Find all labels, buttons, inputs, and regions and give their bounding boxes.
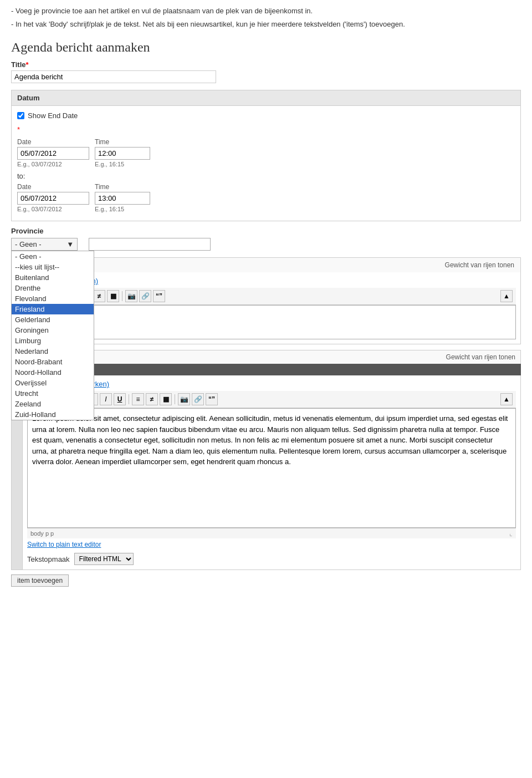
to-time-input[interactable] <box>95 192 150 205</box>
dd-item-nederland[interactable]: Nederland <box>12 346 94 357</box>
provincie-selected-value: - Geen - <box>15 240 42 248</box>
provincie-field-group: Provincie - Geen - ▼ - Geen - --kies uit… <box>11 227 521 251</box>
chevron-down-icon: ▼ <box>66 240 74 248</box>
title-label: Title* <box>11 60 521 69</box>
dd-item-noord-holland[interactable]: Noord-Holland <box>12 367 94 378</box>
from-date-label: Date <box>17 138 89 146</box>
title-field-group: Title* <box>11 60 521 83</box>
dd-item-overijssel[interactable]: Overijssel <box>12 378 94 388</box>
body-table-btn[interactable]: ▦ <box>160 393 172 405</box>
datum-box: Datum Show End Date * Date E.g., 03/07/2… <box>11 90 521 221</box>
datum-body: Show End Date * Date E.g., 03/07/2012 Ti… <box>12 106 520 221</box>
page-title: Agenda bericht aanmaken <box>0 34 532 60</box>
dd-item-gelderland[interactable]: Gelderland <box>12 314 94 325</box>
resize-handle-icon[interactable]: ⌞ <box>509 530 513 537</box>
dd-item-zeeland[interactable]: Zeeland <box>12 399 94 409</box>
provincie-dropdown-container: - Geen - ▼ - Geen - --kies uit lijst-- B… <box>11 238 78 251</box>
to-date-col: Date E.g., 03/07/2012 <box>17 183 89 212</box>
samenvatting-gewicht-label[interactable]: Gewicht van rijen tonen <box>442 260 517 271</box>
image-button[interactable]: 📷 <box>125 290 137 302</box>
body-content-textarea[interactable] <box>28 409 515 526</box>
from-time-input[interactable] <box>95 147 150 160</box>
body-editor-area <box>27 408 516 528</box>
to-date-label: Date <box>17 183 89 191</box>
dd-item-kies[interactable]: --kies uit lijst-- <box>12 262 94 272</box>
show-end-date-row: Show End Date <box>17 111 515 120</box>
dd-item-buitenland[interactable]: Buitenland <box>12 272 94 283</box>
intro-line1: - Voeg je provincie toe aan het artikel … <box>11 6 521 17</box>
switch-link[interactable]: Switch to plain text editor <box>27 541 101 548</box>
dd-item-friesland[interactable]: Friesland <box>12 304 94 314</box>
to-date-input[interactable] <box>17 192 89 205</box>
provincie-select-button[interactable]: - Geen - ▼ <box>11 238 78 251</box>
fullscreen-button[interactable]: ▲ <box>500 290 513 302</box>
dd-item-zuid-holland[interactable]: Zuid-Holland <box>12 409 94 420</box>
required-asterisk: * <box>17 125 515 134</box>
dd-item-noord-brabant[interactable]: Noord-Brabant <box>12 357 94 367</box>
from-date-input[interactable] <box>17 147 89 160</box>
item-toevoegen-btn[interactable]: item toevoegen <box>11 574 69 587</box>
body-toolbar-sep2 <box>175 394 175 404</box>
dd-item-flevoland[interactable]: Flevoland <box>12 293 94 304</box>
body-status-bar: body p p ⌞ <box>27 528 516 538</box>
to-time-col: Time E.g., 16:15 <box>95 183 150 212</box>
datum-header: Datum <box>12 90 520 106</box>
dd-item-drenthe[interactable]: Drenthe <box>12 283 94 293</box>
body-unordered-list-btn[interactable]: ≠ <box>146 393 158 405</box>
body-content: (Samenvatting bewerken) Normaal ▼ B I U … <box>23 375 520 569</box>
body-toolbar-sep1 <box>129 394 129 404</box>
body-underline-button[interactable]: U <box>114 393 126 405</box>
to-date-time-row: Date E.g., 03/07/2012 Time E.g., 16:15 <box>17 183 515 212</box>
toolbar-separator2 <box>122 291 122 301</box>
body-link-btn[interactable]: 🔗 <box>192 393 204 405</box>
quote-button[interactable]: “” <box>153 290 165 302</box>
to-date-time-group: Date E.g., 03/07/2012 Time E.g., 16:15 <box>17 183 515 212</box>
body-gewicht-label[interactable]: Gewicht van rijen tonen <box>443 352 518 363</box>
body-quote-btn[interactable]: “” <box>206 393 218 405</box>
title-input[interactable] <box>11 70 216 83</box>
table-button[interactable]: ▦ <box>107 290 119 302</box>
from-date-col: Date E.g., 03/07/2012 <box>17 138 89 167</box>
body-italic-button[interactable]: I <box>100 393 112 405</box>
tekstopmaak-label: Tekstopmaak <box>27 555 70 563</box>
dd-item-limburg[interactable]: Limburg <box>12 335 94 346</box>
from-time-label: Time <box>95 138 150 146</box>
to-time-label: Time <box>95 183 150 191</box>
to-label: to: <box>17 172 515 180</box>
from-date-time-row: Date E.g., 03/07/2012 Time E.g., 16:15 <box>17 138 515 167</box>
from-time-col: Time E.g., 16:15 <box>95 138 150 167</box>
tekstopmaak-row: Tekstopmaak Filtered HTML <box>27 553 516 565</box>
intro-section: - Voeg je provincie toe aan het artikel … <box>0 0 532 34</box>
unordered-list-button[interactable]: ≠ <box>93 290 105 302</box>
provincie-text-input[interactable] <box>89 238 211 251</box>
body-fullscreen-btn[interactable]: ▲ <box>500 393 513 405</box>
tekstopmaak-select[interactable]: Filtered HTML <box>74 553 134 565</box>
body-ordered-list-btn[interactable]: ≡ <box>132 393 144 405</box>
dd-item-geen[interactable]: - Geen - <box>12 251 94 262</box>
from-date-time-group: Date E.g., 03/07/2012 Time E.g., 16:15 <box>17 138 515 167</box>
from-date-hint: E.g., 03/07/2012 <box>17 161 89 167</box>
link-button[interactable]: 🔗 <box>139 290 151 302</box>
body-image-btn[interactable]: 📷 <box>178 393 190 405</box>
show-end-date-checkbox[interactable] <box>17 112 24 119</box>
provincie-dropdown: - Geen - --kies uit lijst-- Buitenland D… <box>11 251 94 420</box>
form-section: Title* Datum Show End Date * Date E.g., … <box>0 60 532 344</box>
show-end-date-label: Show End Date <box>28 111 78 120</box>
to-time-hint: E.g., 16:15 <box>95 206 150 212</box>
dd-item-utrecht[interactable]: Utrecht <box>12 388 94 399</box>
body-status-text: body p p <box>30 530 54 537</box>
provincie-row: - Geen - ▼ - Geen - --kies uit lijst-- B… <box>11 238 521 251</box>
dd-item-groningen[interactable]: Groningen <box>12 325 94 335</box>
provincie-label: Provincie <box>11 227 521 235</box>
from-time-hint: E.g., 16:15 <box>95 161 150 167</box>
body-toolbar: Normaal ▼ B I U ≡ ≠ ▦ 📷 🔗 “” ▲ <box>27 391 516 408</box>
to-date-hint: E.g., 03/07/2012 <box>17 206 89 212</box>
intro-line2: - In het vak 'Body' schrijf/plak je de t… <box>11 19 521 30</box>
